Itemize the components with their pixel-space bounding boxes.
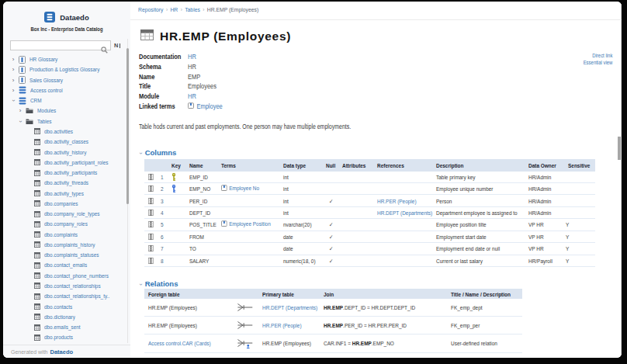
- tree-item-dbo-dictionary[interactable]: dbo.dictionary: [3, 312, 130, 322]
- table-icon: [34, 314, 40, 320]
- foreign-table-link[interactable]: Access control.CAR (Cards): [148, 340, 211, 347]
- table-icon: [34, 272, 40, 279]
- table-icon: [34, 231, 40, 237]
- column-name: EMP_NO: [189, 185, 210, 192]
- column-term-link[interactable]: Employee No: [221, 185, 259, 192]
- tree-item-dbo-activity-participants[interactable]: dbo.activity_participants: [3, 168, 130, 178]
- column-name: POS_TITLE: [189, 221, 217, 228]
- sidebar-scrollbar-thumb[interactable]: [126, 48, 129, 204]
- tree-item-label: dbo.companies: [44, 200, 78, 207]
- column-icon: [148, 173, 154, 180]
- footer-prefix: Generated with: [11, 349, 47, 355]
- column-icon: [148, 221, 154, 228]
- column-ordinal: 6: [161, 233, 164, 240]
- breadcrumb: Repository›HR›Tables›HR.EMP (Employees): [138, 6, 258, 13]
- tree-item-dbo-products[interactable]: dbo.products: [3, 332, 130, 342]
- detail-row-schema: SchemaHR: [139, 62, 227, 72]
- tree-item-label: Tables: [37, 118, 52, 125]
- tree-item-dbo-contact-emails[interactable]: dbo.contact_emails: [3, 260, 130, 270]
- tree-item-dbo-activity-types[interactable]: dbo.activity_types: [3, 188, 130, 198]
- table-icon: [34, 335, 40, 341]
- tree-item-tables[interactable]: ›Tables: [3, 116, 130, 127]
- tree-item-dbo-contact-relationships[interactable]: dbo.contact_relationships: [3, 281, 130, 291]
- columns-section-title[interactable]: ›Columns: [140, 148, 176, 157]
- column-header-null: Null: [326, 161, 335, 168]
- essential-view-link[interactable]: Essential view: [583, 59, 612, 66]
- tree-item-hr-glossary[interactable]: ›HR Glossary: [3, 54, 130, 64]
- relation-header-join: Join: [324, 290, 334, 297]
- breadcrumb-separator: ›: [181, 6, 182, 13]
- breadcrumb-link-hr[interactable]: HR: [170, 6, 178, 13]
- column-description: Table primary key: [436, 173, 476, 180]
- detail-value-link[interactable]: HR: [188, 53, 196, 61]
- detail-label: Name: [139, 73, 182, 81]
- detail-value-link[interactable]: HR: [188, 92, 196, 100]
- tree-item-production-logistics-glossary[interactable]: ›Production & Logistics Glossary: [3, 64, 130, 75]
- column-reference-link[interactable]: HR.PER (People): [377, 197, 417, 204]
- column-header-data-type: Data type: [283, 161, 306, 168]
- tree-item-sales-glossary[interactable]: ›Sales Glossary: [3, 75, 130, 85]
- tree-item-dbo-companies[interactable]: dbo.companies: [3, 199, 130, 209]
- tree-item-crm[interactable]: ›CRM: [3, 95, 130, 106]
- tree-item-dbo-contact-phone-numbers[interactable]: dbo.contact_phone_numbers: [3, 271, 130, 281]
- relations-section-title[interactable]: ›Relations: [140, 279, 178, 288]
- primary-table-link[interactable]: HR.PER (People): [262, 322, 302, 329]
- tree-item-dbo-activity-classes[interactable]: dbo.activity_classes: [3, 137, 130, 147]
- chevron-right-icon[interactable]: ›: [11, 56, 16, 63]
- main-scrollbar-thumb[interactable]: [618, 137, 621, 160]
- column-term-link[interactable]: Employee Position: [221, 220, 271, 228]
- tree-item-dbo-activity-threads[interactable]: dbo.activity_threads: [3, 178, 130, 188]
- footer-brand-link[interactable]: Dataedo: [50, 348, 73, 355]
- tree-item-label: dbo.contact_relationships: [44, 283, 101, 289]
- tree-item-label: dbo.activities: [44, 128, 73, 135]
- column-data-owner: HR/Admin: [528, 197, 551, 204]
- column-data-owner: VP HR: [528, 245, 544, 252]
- primary-table-link[interactable]: HR.DEPT (Departments): [262, 304, 317, 311]
- breadcrumb-link-repository[interactable]: Repository: [138, 6, 164, 13]
- breadcrumb-link-tables[interactable]: Tables: [185, 6, 200, 13]
- tree-item-dbo-activities[interactable]: dbo.activities: [3, 127, 130, 137]
- folder-icon: [26, 118, 33, 125]
- linked-term-link[interactable]: Employee: [188, 102, 223, 110]
- column-data-owner: HR/Admin: [528, 185, 551, 192]
- tree-item-label: dbo.emails_sent: [44, 324, 81, 331]
- column-datatype: date: [283, 245, 293, 252]
- tree-item-dbo-company-role-types[interactable]: dbo.company_role_types: [3, 209, 130, 219]
- chevron-right-icon[interactable]: ›: [11, 66, 16, 73]
- tree-item-dbo-contact-relationships-ty-[interactable]: dbo.contact_relationships_ty..: [3, 291, 130, 301]
- column-ordinal: 4: [161, 210, 164, 217]
- title-row: HR.EMP (Employees): [140, 29, 291, 43]
- tree-item-dbo-company-roles[interactable]: dbo.company_roles: [3, 219, 130, 229]
- tree-item-modules[interactable]: ›Modules: [3, 106, 130, 116]
- column-description: Employee position tilte: [436, 221, 487, 228]
- tree-item-dbo-activity-participant-roles[interactable]: dbo.activity_participant_roles: [3, 158, 130, 168]
- direct-link[interactable]: Direct link: [583, 52, 612, 59]
- chevron-down-icon[interactable]: ›: [10, 99, 17, 103]
- chevron-right-icon[interactable]: ›: [11, 77, 16, 84]
- columns-table: KeyNameTermsData typeNullAttributesRefer…: [144, 159, 595, 267]
- crowsfoot-relation-icon: [237, 302, 253, 313]
- tree-item-label: dbo.dictionary: [44, 314, 75, 321]
- column-header-terms: Terms: [221, 161, 236, 168]
- logo[interactable]: Dataedo: [3, 12, 130, 23]
- tree-item-label: dbo.activity_classes: [44, 138, 88, 145]
- tree-item-dbo-complaints-statuses[interactable]: dbo.complaints_statuses: [3, 250, 130, 260]
- chevron-down-icon[interactable]: ›: [17, 119, 24, 123]
- column-sensitive-flag: Y: [566, 233, 569, 240]
- tree-item-access-control[interactable]: ›Access control: [3, 85, 130, 95]
- tree-item-dbo-contacts[interactable]: dbo.contacts: [3, 301, 130, 311]
- null-checkmark-icon: ✓: [329, 221, 333, 228]
- collapse-chevron-icon: ›: [137, 283, 144, 286]
- column-reference-link[interactable]: HR.DEPT (Departments): [377, 210, 432, 217]
- search-input[interactable]: [12, 41, 99, 50]
- chevron-right-icon[interactable]: ›: [11, 87, 16, 94]
- tree-item-label: dbo.contacts: [44, 303, 72, 310]
- tree-item-dbo-emails-sent[interactable]: dbo.emails_sent: [3, 322, 130, 332]
- chevron-right-icon[interactable]: ›: [18, 107, 23, 114]
- tree-item-dbo-complaints-history[interactable]: dbo.complaints_history: [3, 240, 130, 250]
- app-window: Dataedo Box Inc - Enterprise Data Catalo…: [3, 2, 622, 358]
- relation-join: HR.EMP.PER_ID = HR.PER.PER_ID: [324, 322, 407, 329]
- detail-label: Title: [139, 82, 182, 90]
- tree-item-dbo-activity-history[interactable]: dbo.activity_history: [3, 147, 130, 157]
- tree-item-dbo-complaints[interactable]: dbo.complaints: [3, 230, 130, 240]
